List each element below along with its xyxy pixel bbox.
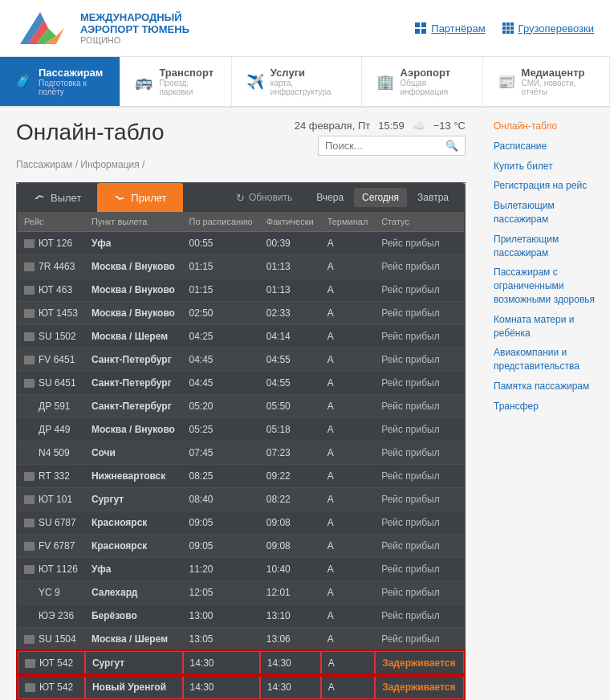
table-row: ЮТ 101Сургут08:4008:22АРейс прибыл — [18, 488, 464, 511]
flight-table-body: ЮТ 126Уфа00:5500:39АРейс прибыл7R 4463Мо… — [18, 232, 464, 701]
cell-flight: 7R 4463 — [18, 255, 85, 279]
nav-item-services[interactable]: ✈️ Услуги карта, инфраструктура — [232, 57, 362, 106]
svg-rect-6 — [421, 22, 426, 27]
cell-flight: SU 6787 — [18, 511, 85, 535]
cell-city: Москва / Шерем — [85, 628, 183, 652]
logo-text: МЕЖДУНАРОДНЫЙ АЭРОПОРТ ТЮМЕНЬ РОЩИНО — [80, 11, 189, 45]
table-row: ЮТ 542Сургут14:3014:30АЗадерживается — [18, 651, 464, 675]
sidebar-link[interactable]: Трансфер — [494, 400, 598, 413]
cell-actual: 04:55 — [260, 372, 321, 395]
table-row: N4 509Сочи07:4507:23АРейс прибыл — [18, 442, 464, 465]
svg-rect-17 — [510, 31, 514, 34]
cell-actual: 05:18 — [260, 418, 321, 442]
refresh-icon[interactable]: ↻ — [236, 192, 245, 204]
sidebar-link[interactable]: Прилетающим пассажирам — [494, 233, 598, 260]
cell-flight: ЮТ 126 — [18, 232, 85, 255]
services-icon: ✈️ — [246, 73, 264, 91]
cell-status: Рейс прибыл — [375, 395, 464, 418]
cell-city: Красноярск — [85, 511, 183, 535]
cell-scheduled: 14:30 — [183, 675, 260, 699]
cell-city: Санкт-Петербург — [85, 348, 183, 372]
svg-rect-15 — [502, 31, 506, 34]
page-date: 24 февраля, Пт — [295, 120, 371, 132]
page-meta: 24 февраля, Пт 15:59 ☁️ −13 °С — [295, 120, 466, 132]
cell-flight: ДР 591 — [18, 395, 85, 418]
cell-terminal: А — [321, 372, 376, 395]
col-terminal: Терминал — [321, 212, 376, 232]
sidebar-link[interactable]: Пассажирам с ограниченными возможными зд… — [494, 266, 598, 306]
cargo-link[interactable]: Грузоперевозки — [502, 22, 594, 35]
col-actual: Фактически — [260, 212, 321, 232]
cell-city: Красноярск — [85, 535, 183, 558]
cell-status: Рейс прибыл — [375, 465, 464, 488]
sidebar-link[interactable]: Онлайн-табло — [494, 120, 598, 133]
tab-departure[interactable]: Вылет — [17, 183, 97, 212]
cell-terminal: А — [321, 279, 376, 302]
nav-item-transport[interactable]: 🚌 Транспорт Проезд, парковки — [120, 57, 231, 106]
cell-scheduled: 05:20 — [183, 395, 260, 418]
svg-rect-12 — [502, 26, 506, 30]
airline-icon — [24, 379, 35, 388]
cell-status: Рейс прибыл — [375, 604, 464, 628]
cell-flight: SU 1504 — [18, 628, 85, 652]
cell-actual: 13:10 — [260, 604, 321, 628]
sidebar: Онлайн-таблоРасписаниеКупить билетРегист… — [482, 108, 610, 700]
sidebar-link[interactable]: Памятка пассажирам — [494, 380, 598, 393]
tomorrow-btn[interactable]: Завтра — [409, 188, 457, 207]
cell-status: Рейс прибыл — [375, 488, 464, 511]
partners-icon — [414, 22, 427, 35]
col-flight: Рейс — [18, 212, 85, 232]
today-btn[interactable]: Сегодня — [354, 188, 407, 207]
cell-scheduled: 04:45 — [183, 372, 260, 395]
content-area: Онлайн-табло 24 февраля, Пт 15:59 ☁️ −13… — [0, 108, 482, 700]
table-row: YC 9Салехард12:0512:01АРейс прибыл — [18, 581, 464, 604]
sidebar-link[interactable]: Комната матери и ребёнка — [494, 313, 598, 340]
sidebar-link[interactable]: Купить билет — [494, 160, 598, 173]
cell-actual: 14:30 — [260, 675, 321, 699]
nav-item-media[interactable]: 📰 Медиацентр СМИ, новости, отчёты — [483, 57, 610, 106]
main-nav: 🧳 Пассажирам Подготовка к полёту 🚌 Транс… — [0, 57, 610, 108]
cell-scheduled: 14:30 — [183, 651, 260, 675]
cell-terminal: А — [321, 442, 376, 465]
cell-status: Рейс прибыл — [375, 535, 464, 558]
day-controls: Вчера Сегодня Завтра — [300, 188, 465, 207]
search-icon[interactable]: 🔍 — [439, 136, 465, 155]
cell-flight: ЮЭ 236 — [18, 604, 85, 628]
cell-scheduled: 07:45 — [183, 442, 260, 465]
table-row: ЮТ 126Уфа00:5500:39АРейс прибыл — [18, 232, 464, 255]
sidebar-link[interactable]: Авиакомпании и представительства — [494, 346, 598, 373]
header-links: Партнёрам Грузоперевозки — [414, 22, 594, 35]
cell-scheduled: 08:40 — [183, 488, 260, 511]
departure-plane-icon — [33, 191, 46, 204]
main-content: Онлайн-табло 24 февраля, Пт 15:59 ☁️ −13… — [0, 108, 610, 700]
search-input[interactable] — [319, 136, 439, 155]
cell-flight: ЮТ 1126 — [18, 558, 85, 581]
airline-icon — [24, 495, 35, 504]
header: МЕЖДУНАРОДНЫЙ АЭРОПОРТ ТЮМЕНЬ РОЩИНО Пар… — [0, 0, 610, 57]
cell-scheduled: 09:05 — [183, 535, 260, 558]
cell-actual: 05:50 — [260, 395, 321, 418]
sidebar-link[interactable]: Вылетающим пассажирам — [494, 199, 598, 226]
cell-status: Рейс прибыл — [375, 511, 464, 535]
nav-item-passengers[interactable]: 🧳 Пассажирам Подготовка к полёту — [0, 57, 120, 106]
cell-scheduled: 02:50 — [183, 302, 260, 325]
table-row: FV 6787Красноярск09:0509:08АРейс прибыл — [18, 535, 464, 558]
tab-arrival[interactable]: Прилет — [97, 183, 182, 212]
arrival-plane-icon — [113, 191, 126, 204]
cell-status: Рейс прибыл — [375, 232, 464, 255]
cell-actual: 04:14 — [260, 325, 321, 348]
table-row: ДР 591Санкт-Петербург05:2005:50АРейс при… — [18, 395, 464, 418]
nav-item-airport[interactable]: 🏢 Аэропорт Общая информация — [362, 57, 483, 106]
sidebar-link[interactable]: Расписание — [494, 140, 598, 153]
cell-terminal: А — [321, 651, 376, 675]
refresh-label[interactable]: Обновить — [249, 192, 292, 203]
cell-terminal: А — [321, 395, 376, 418]
cell-terminal: А — [321, 255, 376, 279]
partners-link[interactable]: Партнёрам — [414, 22, 485, 35]
cell-scheduled: 13:00 — [183, 604, 260, 628]
cell-flight: SU 6451 — [18, 372, 85, 395]
airline-icon — [24, 332, 35, 341]
yesterday-btn[interactable]: Вчера — [308, 188, 352, 207]
cell-terminal: А — [321, 558, 376, 581]
sidebar-link[interactable]: Регистрация на рейс — [494, 179, 598, 193]
